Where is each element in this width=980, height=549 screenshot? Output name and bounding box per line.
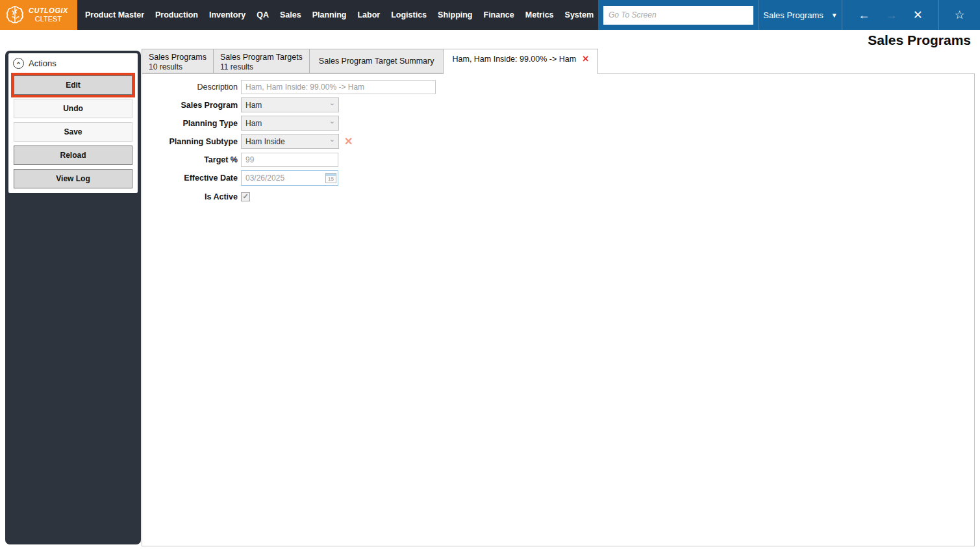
tab-subtitle: 11 results <box>220 62 303 72</box>
nav-item-metrics[interactable]: Metrics <box>525 10 554 19</box>
actions-header: ⌃ Actions <box>8 53 138 71</box>
topbar-controls: Sales Programs ▼ ← → ✕ ☆ <box>598 0 980 30</box>
tab-title: Sales Programs <box>149 52 207 62</box>
undo-button[interactable]: Undo <box>14 99 132 118</box>
edit-button[interactable]: Edit <box>14 75 132 95</box>
tab-sales-program-target-summary[interactable]: Sales Program Target Summary <box>309 49 444 73</box>
planning-type-label: Planning Type <box>142 119 238 128</box>
nav-item-sales[interactable]: Sales <box>280 10 301 19</box>
actions-inner: ⌃ Actions Edit Undo Save Reload View Log <box>8 53 138 193</box>
top-bar: CUTLOGIX CLTEST Product Master Productio… <box>0 0 980 30</box>
record-form: Description Sales Program Ham ⌄ Planning… <box>142 74 974 204</box>
checkmark-icon: ✓ <box>242 193 248 200</box>
sales-program-label: Sales Program <box>142 101 238 110</box>
collapse-panel-button[interactable]: ⌃ <box>13 58 24 69</box>
tab-sales-programs[interactable]: Sales Programs 10 results <box>142 49 214 73</box>
main-nav: Product Master Production Inventory QA S… <box>77 0 598 30</box>
actions-title: Actions <box>29 58 57 68</box>
sales-program-select[interactable]: Ham ⌄ <box>241 97 339 112</box>
sales-program-value: Ham <box>245 101 262 110</box>
goto-screen-section <box>598 0 759 30</box>
page-title: Sales Programs <box>868 32 971 48</box>
clear-selection-icon[interactable]: ✕ <box>344 136 353 147</box>
content-area: Sales Programs 10 results Sales Program … <box>142 49 975 546</box>
nav-item-qa[interactable]: QA <box>257 10 269 19</box>
form-row-planning-subtype: Planning Subtype Ham Inside ⌄ ✕ <box>142 134 974 149</box>
reload-button[interactable]: Reload <box>14 146 132 165</box>
planning-subtype-label: Planning Subtype <box>142 137 238 146</box>
form-row-target-percent: Target % <box>142 152 974 167</box>
effective-date-value: 03/26/2025 <box>245 173 325 183</box>
nav-item-finance[interactable]: Finance <box>484 10 514 19</box>
is-active-checkbox[interactable]: ✓ <box>241 192 250 201</box>
description-label: Description <box>142 83 238 92</box>
brain-logo-icon <box>5 5 25 25</box>
calendar-icon[interactable]: 15 <box>325 173 336 183</box>
chevron-down-icon: ⌄ <box>329 99 335 107</box>
tab-sales-program-targets[interactable]: Sales Program Targets 11 results <box>213 49 310 73</box>
nav-item-planning[interactable]: Planning <box>312 10 347 19</box>
chevron-down-icon: ⌄ <box>329 117 335 125</box>
planning-type-value: Ham <box>245 119 262 128</box>
calendar-day-label: 15 <box>328 176 334 183</box>
effective-date-field[interactable]: 03/26/2025 15 <box>241 170 338 186</box>
back-icon[interactable]: ← <box>858 9 870 21</box>
nav-item-shipping[interactable]: Shipping <box>438 10 472 19</box>
forward-icon[interactable]: → <box>885 9 897 21</box>
favorite-star-icon[interactable]: ☆ <box>954 8 964 22</box>
chevron-down-icon: ⌄ <box>329 135 335 144</box>
target-percent-field[interactable] <box>241 153 338 167</box>
goto-screen-input[interactable] <box>603 6 753 25</box>
form-row-planning-type: Planning Type Ham ⌄ <box>142 116 974 131</box>
view-log-button[interactable]: View Log <box>14 169 132 188</box>
is-active-label: Is Active <box>142 192 238 201</box>
chevron-down-icon: ▼ <box>831 12 838 19</box>
save-button[interactable]: Save <box>14 122 132 142</box>
screen-select-dropdown[interactable]: Sales Programs ▼ <box>759 0 842 30</box>
description-field[interactable] <box>241 80 436 94</box>
close-screen-icon[interactable]: ✕ <box>913 9 923 21</box>
target-percent-label: Target % <box>142 155 238 164</box>
brand-name: CUTLOGIX <box>29 6 68 15</box>
form-row-sales-program: Sales Program Ham ⌄ <box>142 97 974 112</box>
tab-title: Sales Program Targets <box>220 52 303 62</box>
brand-logo[interactable]: CUTLOGIX CLTEST <box>0 0 77 30</box>
nav-item-logistics[interactable]: Logistics <box>391 10 427 19</box>
tab-subtitle: 10 results <box>149 62 207 72</box>
chevron-up-icon: ⌃ <box>16 61 21 68</box>
planning-type-select[interactable]: Ham ⌄ <box>241 116 339 131</box>
favorite-section: ☆ <box>939 0 980 30</box>
form-row-description: Description <box>142 79 974 94</box>
nav-item-labor[interactable]: Labor <box>357 10 380 19</box>
tab-record-detail[interactable]: Ham, Ham Inside: 99.00% -> Ham ✕ <box>443 49 598 74</box>
nav-item-system[interactable]: System <box>565 10 594 19</box>
history-controls: ← → ✕ <box>842 0 939 30</box>
record-detail-panel: Description Sales Program Ham ⌄ Planning… <box>142 73 975 546</box>
tab-title: Ham, Ham Inside: 99.00% -> Ham <box>452 54 576 64</box>
form-row-is-active: Is Active ✓ <box>142 189 974 204</box>
tab-close-icon[interactable]: ✕ <box>582 54 589 64</box>
actions-panel: ⌃ Actions Edit Undo Save Reload View Log <box>5 51 141 544</box>
tab-strip: Sales Programs 10 results Sales Program … <box>142 49 975 73</box>
nav-item-production[interactable]: Production <box>155 10 198 19</box>
nav-item-product-master[interactable]: Product Master <box>85 10 144 19</box>
tab-title: Sales Program Target Summary <box>319 56 434 66</box>
effective-date-label: Effective Date <box>142 173 238 183</box>
brand-environment: CLTEST <box>35 15 62 23</box>
screen-select-value: Sales Programs <box>763 10 823 20</box>
planning-subtype-select[interactable]: Ham Inside ⌄ <box>241 134 339 149</box>
planning-subtype-value: Ham Inside <box>245 137 285 146</box>
form-row-effective-date: Effective Date 03/26/2025 15 <box>142 170 974 186</box>
nav-item-inventory[interactable]: Inventory <box>209 10 245 19</box>
